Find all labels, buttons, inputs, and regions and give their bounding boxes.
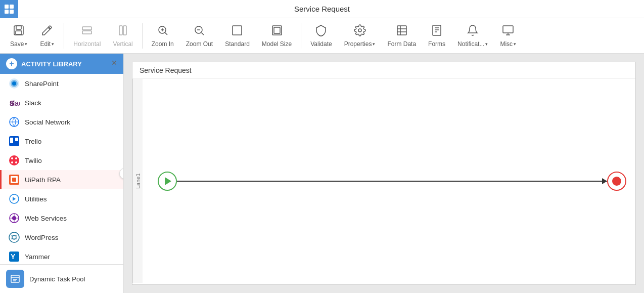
start-event[interactable] bbox=[158, 172, 177, 191]
svg-rect-41 bbox=[10, 138, 13, 143]
sidebar-item-twilio[interactable]: Twilio bbox=[0, 151, 123, 170]
zoom-out-label: Zoom Out bbox=[186, 40, 213, 48]
main-area: + ACTIVITY LIBRARY ✕ SharePoint bbox=[0, 54, 644, 293]
save-label: Save ▾ bbox=[10, 40, 27, 48]
canvas-container[interactable]: Service Request Lane1 bbox=[132, 62, 636, 285]
svg-rect-1 bbox=[10, 5, 14, 9]
yammer-icon: Y bbox=[9, 251, 20, 262]
svg-rect-2 bbox=[5, 10, 9, 14]
model-size-button[interactable]: Model Size bbox=[257, 22, 297, 50]
slack-icon: S slack bbox=[9, 97, 20, 108]
wordpress-icon bbox=[9, 232, 20, 243]
properties-button[interactable]: Properties ▾ bbox=[339, 22, 381, 50]
properties-icon bbox=[354, 24, 366, 38]
validate-label: Validate bbox=[310, 40, 332, 48]
utilities-icon bbox=[9, 193, 20, 204]
misc-button[interactable]: Misc ▾ bbox=[495, 22, 521, 50]
vertical-label: Vertical bbox=[113, 40, 132, 48]
svg-rect-6 bbox=[16, 31, 22, 34]
sidebar-header: + ACTIVITY LIBRARY bbox=[0, 54, 123, 74]
model-size-icon bbox=[271, 24, 283, 38]
form-data-label: Form Data bbox=[387, 40, 416, 48]
sidebar-item-wordpress[interactable]: WordPress bbox=[0, 228, 123, 247]
sidebar-item-trello[interactable]: Trello bbox=[0, 132, 123, 151]
svg-point-35 bbox=[12, 81, 16, 86]
dynamic-task-pool-icon bbox=[6, 270, 24, 288]
vertical-icon bbox=[117, 24, 129, 38]
sharepoint-icon bbox=[9, 78, 20, 89]
svg-rect-3 bbox=[10, 10, 14, 14]
canvas-area: Service Request Lane1 bbox=[124, 54, 644, 293]
sidebar-footer[interactable]: Dynamic Task Pool bbox=[0, 264, 123, 293]
svg-point-21 bbox=[358, 29, 361, 32]
toolbar: Save ▾ Edit ▾ Horizontal bbox=[0, 18, 644, 54]
save-button[interactable]: Save ▾ bbox=[5, 22, 32, 50]
sidebar-item-uipath-rpa[interactable]: UiPath RPA bbox=[0, 170, 123, 189]
social-network-label: Social Network bbox=[25, 118, 70, 126]
form-data-button[interactable]: Form Data bbox=[382, 22, 421, 50]
web-services-label: Web Services bbox=[25, 215, 67, 222]
uipath-icon bbox=[9, 174, 20, 185]
sidebar-item-utilities[interactable]: Utilities bbox=[0, 189, 123, 208]
twilio-icon bbox=[9, 155, 20, 166]
svg-rect-7 bbox=[82, 27, 91, 30]
app-grid-icon[interactable] bbox=[0, 0, 18, 18]
svg-rect-62 bbox=[11, 275, 19, 282]
close-button[interactable]: ✕ bbox=[109, 58, 119, 68]
sidebar-add-button[interactable]: + bbox=[6, 58, 17, 69]
zoom-out-button[interactable]: Zoom Out bbox=[181, 22, 218, 50]
svg-rect-26 bbox=[433, 25, 441, 35]
svg-point-56 bbox=[9, 232, 19, 242]
notifications-label: Notificat... ▾ bbox=[457, 40, 488, 48]
toolbar-divider-3 bbox=[301, 23, 301, 49]
sidebar-header-title: ACTIVITY LIBRARY bbox=[21, 60, 82, 68]
standard-button[interactable]: Standard bbox=[220, 22, 255, 50]
sidebar: + ACTIVITY LIBRARY ✕ SharePoint bbox=[0, 54, 124, 293]
validate-icon bbox=[315, 24, 327, 38]
save-icon bbox=[13, 24, 25, 38]
svg-rect-20 bbox=[274, 27, 280, 33]
sidebar-item-web-services[interactable]: Web Services bbox=[0, 208, 123, 228]
svg-rect-8 bbox=[82, 31, 91, 34]
sidebar-item-slack[interactable]: S slack Slack bbox=[0, 93, 123, 112]
edit-label: Edit ▾ bbox=[40, 40, 55, 48]
uipath-rpa-label: UiPath RPA bbox=[25, 176, 61, 184]
misc-icon bbox=[502, 24, 514, 38]
form-data-icon bbox=[396, 24, 408, 38]
canvas-title: Service Request bbox=[132, 62, 635, 79]
utilities-label: Utilities bbox=[25, 195, 47, 203]
svg-text:slack: slack bbox=[10, 99, 20, 107]
web-services-icon bbox=[9, 213, 20, 224]
twilio-label: Twilio bbox=[25, 157, 42, 164]
dynamic-task-pool-label: Dynamic Task Pool bbox=[29, 275, 85, 283]
svg-rect-5 bbox=[16, 26, 21, 29]
svg-point-46 bbox=[11, 161, 13, 163]
validate-button[interactable]: Validate bbox=[305, 22, 337, 50]
sidebar-item-yammer[interactable]: Y Yammer bbox=[0, 247, 123, 264]
notifications-button[interactable]: Notificat... ▾ bbox=[452, 22, 493, 50]
misc-label: Misc ▾ bbox=[500, 40, 516, 48]
standard-icon bbox=[231, 24, 243, 38]
svg-line-16 bbox=[202, 32, 204, 34]
edit-button[interactable]: Edit ▾ bbox=[34, 22, 60, 50]
trello-icon bbox=[9, 136, 20, 147]
svg-line-12 bbox=[165, 32, 167, 34]
page-title: Service Request bbox=[294, 5, 350, 13]
svg-rect-30 bbox=[503, 26, 513, 33]
vertical-button[interactable]: Vertical bbox=[108, 22, 137, 50]
sidebar-item-social-network[interactable]: Social Network bbox=[0, 112, 123, 132]
sequence-flow bbox=[177, 181, 607, 182]
svg-point-44 bbox=[11, 157, 13, 159]
edit-icon bbox=[41, 24, 53, 38]
end-event[interactable] bbox=[607, 172, 626, 191]
svg-rect-9 bbox=[119, 26, 122, 35]
lane-content bbox=[143, 79, 635, 283]
zoom-in-button[interactable]: Zoom In bbox=[147, 22, 179, 50]
forms-button[interactable]: Forms bbox=[423, 22, 450, 50]
header: Service Request bbox=[0, 0, 644, 18]
horizontal-button[interactable]: Horizontal bbox=[68, 22, 106, 50]
model-size-label: Model Size bbox=[262, 40, 292, 48]
svg-text:Y: Y bbox=[11, 253, 16, 261]
sidebar-item-sharepoint[interactable]: SharePoint bbox=[0, 74, 123, 93]
standard-label: Standard bbox=[225, 40, 250, 48]
